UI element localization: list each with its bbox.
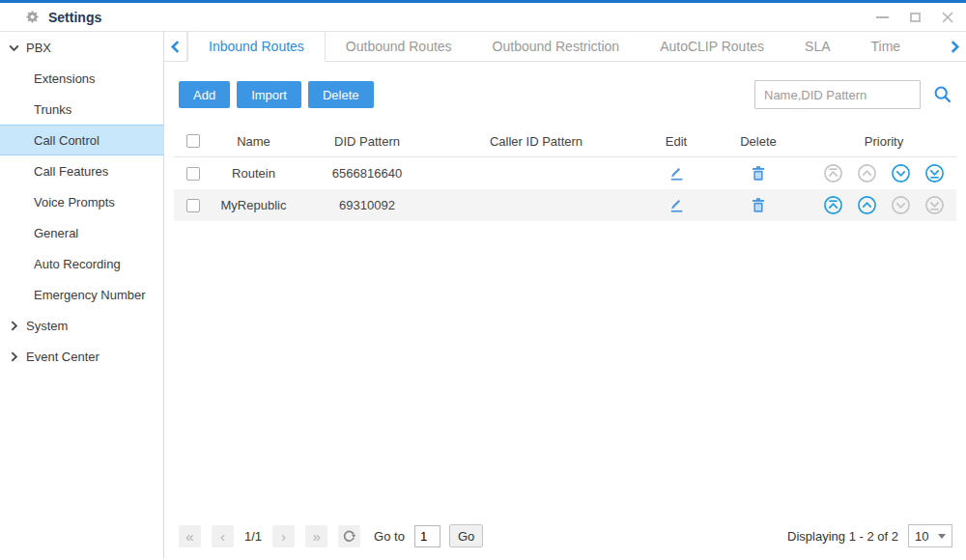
sidebar-item-trunks[interactable]: Trunks [0, 94, 163, 125]
search-area [754, 80, 952, 109]
tab-bar: Inbound Routes Outbound Routes Outbound … [164, 32, 966, 62]
priority-move-top-icon [823, 163, 843, 183]
column-header-did-pattern: DID Pattern [295, 134, 440, 149]
pencil-icon [668, 165, 685, 182]
tab-autoclip-routes[interactable]: AutoCLIP Routes [639, 32, 784, 61]
priority-move-bottom-icon[interactable] [924, 163, 945, 183]
cell-name: Routein [213, 166, 295, 181]
pagination-bar: « ‹ 1/1 › » Go to Go Displaying 1 - 2 of… [164, 515, 966, 559]
sidebar-item-call-features[interactable]: Call Features [0, 155, 163, 186]
trash-icon [751, 197, 766, 213]
sidebar-item-pbx[interactable]: PBX [0, 32, 163, 63]
priority-move-up-icon [857, 163, 877, 183]
column-header-delete: Delete [720, 134, 797, 149]
priority-move-down-icon[interactable] [891, 163, 911, 183]
trash-icon [751, 165, 766, 182]
select-all-checkbox[interactable] [186, 134, 200, 148]
refresh-button[interactable] [338, 525, 360, 547]
inbound-routes-table: Name DID Pattern Caller ID Pattern Edit … [164, 126, 966, 221]
cell-did-pattern: 6566816640 [295, 166, 440, 181]
column-header-priority: Priority [797, 134, 966, 149]
window-title: Settings [48, 10, 101, 25]
add-button[interactable]: Add [179, 81, 230, 108]
gear-icon [25, 10, 40, 24]
pencil-icon [668, 197, 685, 213]
minimize-button[interactable] [875, 11, 889, 24]
table-row: MyRepublic 69310092 [174, 189, 956, 221]
goto-label: Go to [374, 529, 405, 544]
maximize-button[interactable] [908, 11, 922, 24]
priority-move-up-icon[interactable] [857, 195, 877, 215]
go-button[interactable]: Go [449, 524, 483, 547]
tabs-scroll-right-button[interactable] [943, 32, 966, 61]
title-bar: Settings [0, 3, 966, 32]
import-button[interactable]: Import [237, 81, 301, 108]
column-header-caller-id-pattern: Caller ID Pattern [440, 134, 633, 149]
priority-controls [797, 195, 966, 215]
sidebar-item-voice-prompts[interactable]: Voice Prompts [0, 186, 163, 217]
sidebar-item-extensions[interactable]: Extensions [0, 63, 163, 94]
goto-page-input[interactable] [414, 525, 440, 547]
caret-down-icon [938, 534, 946, 539]
search-button[interactable] [933, 85, 952, 104]
table-row: Routein 6566816640 [174, 157, 956, 189]
tab-sla[interactable]: SLA [784, 32, 850, 61]
tab-time[interactable]: Time [851, 32, 922, 61]
first-page-button[interactable]: « [179, 525, 201, 547]
tab-outbound-restriction[interactable]: Outbound Restriction [472, 32, 640, 61]
tab-inbound-routes[interactable]: Inbound Routes [187, 32, 326, 62]
displaying-text: Displaying 1 - 2 of 2 [787, 529, 898, 544]
priority-move-bottom-icon [924, 195, 945, 215]
chevron-right-icon [8, 320, 20, 332]
sidebar-item-emergency-number[interactable]: Emergency Number [0, 279, 163, 310]
priority-move-down-icon [891, 195, 911, 215]
close-button[interactable] [941, 11, 954, 24]
search-input[interactable] [754, 80, 921, 109]
edit-button[interactable] [668, 197, 685, 213]
delete-row-button[interactable] [751, 165, 766, 182]
search-icon [933, 85, 952, 104]
column-header-name: Name [213, 134, 295, 149]
row-checkbox[interactable] [186, 199, 200, 212]
row-checkbox[interactable] [186, 167, 200, 181]
priority-move-top-icon[interactable] [823, 195, 843, 215]
sidebar-item-system[interactable]: System [0, 310, 163, 341]
priority-controls [797, 163, 966, 183]
cell-did-pattern: 69310092 [295, 198, 440, 212]
sidebar-item-auto-recording[interactable]: Auto Recording [0, 248, 163, 279]
sidebar-item-general[interactable]: General [0, 217, 163, 248]
table-header-row: Name DID Pattern Caller ID Pattern Edit … [174, 126, 956, 157]
toolbar: Add Import Delete [164, 62, 966, 126]
content-empty-area [164, 221, 966, 515]
tabs-scroll-left-button[interactable] [164, 32, 187, 61]
prev-page-button[interactable]: ‹ [212, 525, 234, 547]
pagination-right: Displaying 1 - 2 of 2 10 [787, 524, 952, 547]
delete-row-button[interactable] [751, 197, 766, 213]
cell-name: MyRepublic [213, 198, 295, 212]
column-header-edit: Edit [633, 134, 720, 149]
last-page-button[interactable]: » [305, 525, 327, 547]
page-size-value: 10 [915, 529, 928, 544]
chevron-right-icon [950, 41, 960, 53]
edit-button[interactable] [668, 165, 685, 182]
sidebar-item-call-control[interactable]: Call Control [0, 125, 163, 155]
refresh-icon [342, 529, 356, 544]
page-indicator: 1/1 [244, 529, 262, 544]
chevron-left-icon [170, 41, 181, 53]
sidebar-item-event-center[interactable]: Event Center [0, 341, 163, 372]
chevron-down-icon [8, 42, 20, 54]
chevron-right-icon [8, 350, 20, 363]
sidebar: PBX Extensions Trunks Call Control Call … [0, 32, 164, 559]
delete-button[interactable]: Delete [308, 81, 374, 108]
page-size-select[interactable]: 10 [908, 524, 952, 547]
tab-outbound-routes[interactable]: Outbound Routes [326, 32, 472, 61]
window-controls [875, 11, 954, 24]
next-page-button[interactable]: › [272, 525, 295, 547]
